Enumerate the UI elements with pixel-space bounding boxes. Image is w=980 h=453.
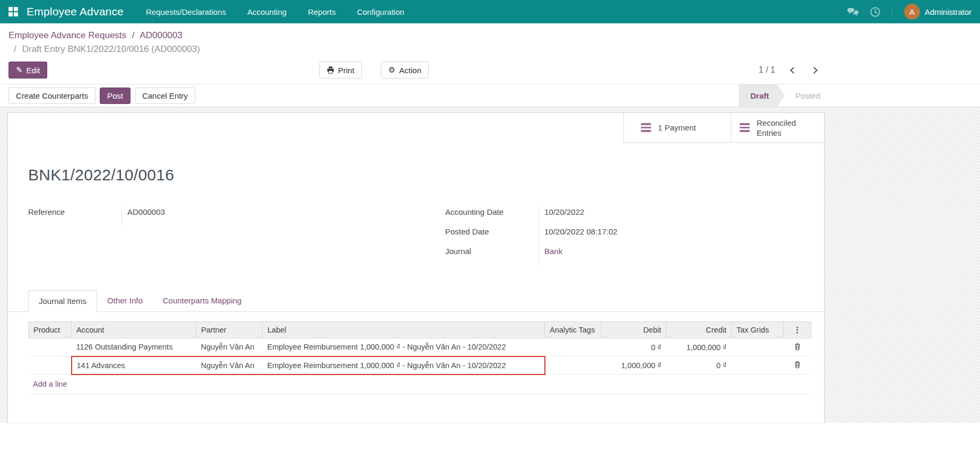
col-analytic-tags: Analytic Tags	[545, 322, 602, 338]
cell-label[interactable]: Employee Reimbursement 1,000,000 ₫ - Ngu…	[263, 338, 545, 356]
cancel-entry-button[interactable]: Cancel Entry	[135, 88, 195, 104]
cell-tax-grids[interactable]	[732, 356, 784, 374]
reconciled-entries-icon	[740, 121, 750, 134]
journal-items-table-wrap: Product Account Partner Label Analytic T…	[8, 312, 824, 394]
table-header-row: Product Account Partner Label Analytic T…	[29, 322, 811, 338]
optional-columns-toggle-icon[interactable]: ⋮	[784, 322, 811, 338]
delete-row-icon[interactable]	[794, 361, 801, 369]
stat-button-row: 1 Payment Reconciled Entries	[8, 113, 824, 143]
menu-accounting[interactable]: Accounting	[247, 7, 287, 16]
activity-clock-icon[interactable]	[870, 7, 880, 17]
user-menu[interactable]: A Administrator	[904, 4, 972, 20]
col-account: Account	[72, 322, 196, 338]
action-button[interactable]: ⚙ Action	[381, 62, 429, 79]
reconciled-entries-stat-button[interactable]: Reconciled Entries	[731, 113, 824, 143]
control-panel: Employee Advance Requests / AD000003 / D…	[0, 23, 980, 84]
state-widget: Draft Posted	[739, 84, 825, 107]
breadcrumb-link-record[interactable]: AD000003	[140, 30, 182, 40]
state-posted[interactable]: Posted	[785, 84, 825, 107]
create-counterparts-button[interactable]: Create Counterparts	[8, 88, 96, 104]
breadcrumb-separator-2: /	[14, 44, 16, 54]
col-partner: Partner	[196, 322, 263, 338]
edit-button[interactable]: ✎ Edit	[8, 62, 47, 79]
cell-debit[interactable]: 0 ₫	[602, 338, 666, 356]
payments-stat-button[interactable]: 1 Payment	[623, 113, 731, 143]
tab-journal-items[interactable]: Journal Items	[28, 290, 97, 312]
breadcrumb-link-requests[interactable]: Employee Advance Requests	[8, 30, 126, 40]
top-navbar: Employee Advance Requests/Declarations A…	[0, 0, 980, 23]
journal-value-link[interactable]: Bank	[539, 246, 811, 265]
pager: 1 / 1	[759, 65, 817, 75]
cell-partner[interactable]: Nguyễn Văn An	[196, 338, 263, 356]
col-credit: Credit	[666, 322, 732, 338]
cell-credit[interactable]: 0 ₫	[666, 356, 732, 374]
cell-product[interactable]	[29, 338, 72, 356]
app-brand[interactable]: Employee Advance	[27, 5, 124, 18]
col-product: Product	[29, 322, 72, 338]
printer-icon	[327, 66, 334, 74]
cell-analytic-tags[interactable]	[545, 356, 602, 374]
field-grid: Reference AD000003 Accounting Date 10/20…	[28, 206, 811, 265]
posted-date-label: Posted Date	[445, 226, 539, 236]
add-a-line-link[interactable]: Add a line	[28, 375, 811, 394]
menu-configuration[interactable]: Configuration	[357, 7, 404, 16]
content-background: 1 Payment Reconciled Entries BNK1/2022/1…	[0, 107, 980, 423]
breadcrumb-separator: /	[132, 30, 135, 40]
apps-menu-icon[interactable]	[8, 7, 18, 16]
posted-date-value: 10/20/2022 08:17:02	[539, 226, 811, 245]
pager-next-icon[interactable]	[811, 67, 818, 74]
cell-account[interactable]: 1126 Outstanding Payments	[72, 338, 196, 356]
col-label: Label	[263, 322, 545, 338]
journal-items-table: Product Account Partner Label Analytic T…	[28, 321, 811, 375]
cell-debit[interactable]: 1,000,000 ₫	[602, 356, 666, 374]
menu-reports[interactable]: Reports	[308, 7, 336, 16]
table-row[interactable]: 1126 Outstanding Payments Nguyễn Văn An …	[29, 338, 811, 356]
pager-previous-icon[interactable]	[790, 67, 797, 74]
cell-tax-grids[interactable]	[732, 338, 784, 356]
tab-other-info[interactable]: Other Info	[97, 290, 153, 312]
notebook-tabs: Journal Items Other Info Counterparts Ma…	[8, 290, 824, 312]
user-avatar[interactable]: A	[904, 4, 920, 20]
user-name: Administrator	[925, 7, 972, 16]
breadcrumb-current: Draft Entry BNK1/2022/10/0016 (AD000003)	[22, 44, 200, 54]
form-sheet: 1 Payment Reconciled Entries BNK1/2022/1…	[7, 112, 825, 423]
cell-credit[interactable]: 1,000,000 ₫	[666, 338, 732, 356]
main-menu: Requests/Declarations Accounting Reports…	[146, 7, 404, 16]
cell-label[interactable]: Employee Reimbursement 1,000,000 ₫ - Ngu…	[263, 356, 545, 374]
reference-value: AD000003	[122, 206, 394, 225]
tab-counterparts-mapping[interactable]: Counterparts Mapping	[153, 290, 251, 312]
accounting-date-value: 10/20/2022	[539, 206, 811, 225]
journal-label: Journal	[445, 246, 539, 256]
breadcrumb: Employee Advance Requests / AD000003	[8, 29, 972, 42]
reference-label: Reference	[28, 206, 122, 216]
menu-requests-declarations[interactable]: Requests/Declarations	[146, 7, 226, 16]
col-debit: Debit	[602, 322, 666, 338]
state-draft[interactable]: Draft	[739, 84, 785, 107]
form-statusbar: Create Counterparts Post Cancel Entry Dr…	[0, 84, 980, 107]
messages-icon[interactable]	[847, 7, 858, 16]
col-tax-grids: Tax Grids	[732, 322, 784, 338]
print-button[interactable]: Print	[319, 62, 362, 79]
post-button[interactable]: Post	[100, 88, 131, 104]
journal-entries-icon	[641, 121, 651, 134]
delete-row-icon[interactable]	[794, 343, 801, 351]
accounting-date-label: Accounting Date	[445, 206, 539, 216]
pager-count[interactable]: 1 / 1	[759, 65, 775, 75]
cell-product[interactable]	[29, 356, 72, 374]
cell-partner[interactable]: Nguyễn Văn An	[196, 356, 263, 374]
pencil-icon: ✎	[16, 65, 23, 75]
nav-divider	[892, 6, 892, 18]
entry-title: BNK1/2022/10/0016	[28, 166, 811, 184]
table-row-highlighted[interactable]: 141 Advances Nguyễn Văn An Employee Reim…	[29, 356, 811, 374]
cell-account[interactable]: 141 Advances	[72, 356, 196, 374]
breadcrumb-current-line: / Draft Entry BNK1/2022/10/0016 (AD00000…	[8, 42, 972, 56]
cell-analytic-tags[interactable]	[545, 338, 602, 356]
gear-icon: ⚙	[388, 65, 395, 75]
